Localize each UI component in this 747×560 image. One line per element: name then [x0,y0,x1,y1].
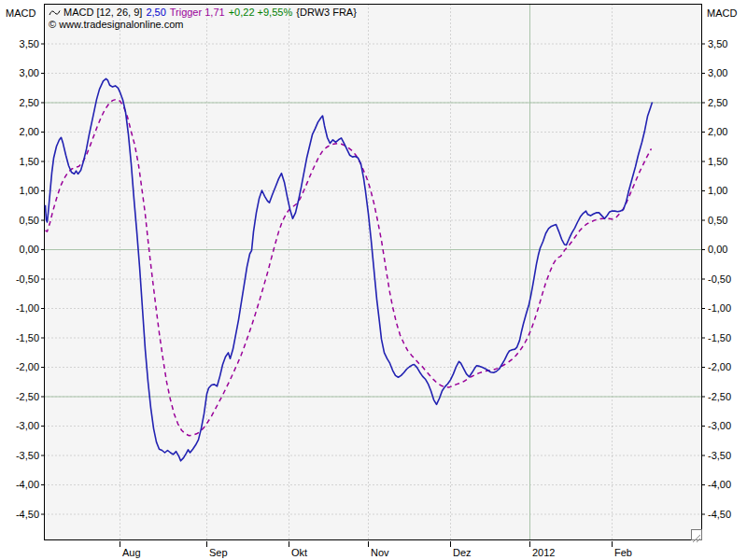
left-tick-label: -4,50 [16,509,39,520]
legend-change: +0,22 +9,55% [229,7,293,18]
time-tick-label: Feb [614,547,632,558]
left-tick-label: 0,00 [20,244,39,255]
right-tick-label: -1,00 [708,302,731,314]
time-tick-label: Okt [291,547,307,558]
right-tick-label: 3,00 [708,67,727,78]
right-tick-label: -2,00 [708,361,731,372]
right-tick-label: -3,00 [708,420,731,431]
left-tick-label: -2,50 [16,391,39,402]
legend-indicator-name: MACD [12, 26, 9] [63,7,142,18]
right-tick-label: -4,00 [708,479,731,490]
right-tick-label: 1,00 [708,185,727,196]
right-tick-label: -4,50 [708,509,731,520]
left-tick-label: 1,50 [20,156,39,167]
time-tick-label: Nov [371,547,389,558]
plot-area[interactable] [45,5,702,540]
left-tick-label: -1,00 [16,302,39,314]
left-tick-label: 3,50 [20,38,39,49]
left-tick-label: 2,00 [20,126,39,137]
indicator-wave-icon [49,7,63,18]
right-tick-label: -0,50 [708,273,731,285]
legend-macd-value: 2,50 [146,7,165,18]
left-tick-label: -3,00 [16,420,39,431]
right-tick-label: 3,50 [708,38,727,49]
legend-trigger-value: Trigger 1,71 [170,7,225,18]
right-tick-label: 2,50 [708,97,727,108]
right-tick-label: -2,50 [708,391,731,402]
copyright-text: © www.tradesignalonline.com [49,19,358,31]
left-tick-label: -0,50 [16,273,39,285]
right-tick-label: 0,50 [708,215,727,226]
right-tick-label: 0,00 [708,244,727,255]
chart-window: MACD MACD 3,503,503,003,002,502,502,002,… [0,0,747,560]
left-tick-label: 2,50 [20,97,39,108]
right-tick-label: -3,50 [708,450,731,461]
right-tick-label: 2,00 [708,126,727,137]
time-tick-label: 2012 [532,547,555,558]
right-tick-label: 1,50 [708,156,727,167]
left-tick-label: -3,50 [16,450,39,461]
macd-indicator-chart[interactable]: 3,503,503,003,002,502,502,002,001,501,50… [0,0,747,560]
resize-grip-icon[interactable] [691,529,702,540]
right-tick-label: -1,50 [708,332,731,343]
left-tick-label: -1,50 [16,332,39,343]
indicator-legend[interactable]: MACD [12, 26, 9] 2,50 Trigger 1,71 +0,22… [49,7,358,31]
time-tick-label: Aug [122,547,141,558]
legend-line[interactable]: MACD [12, 26, 9] 2,50 Trigger 1,71 +0,22… [49,7,358,19]
legend-symbol: {DRW3 FRA} [296,7,357,18]
time-tick-label: Sep [209,547,228,558]
left-tick-label: -2,00 [16,361,39,372]
left-tick-label: 1,00 [20,185,39,196]
left-tick-label: -4,00 [16,479,39,490]
left-tick-label: 3,00 [20,67,39,78]
left-tick-label: 0,50 [20,215,39,226]
time-tick-label: Dez [453,547,472,558]
